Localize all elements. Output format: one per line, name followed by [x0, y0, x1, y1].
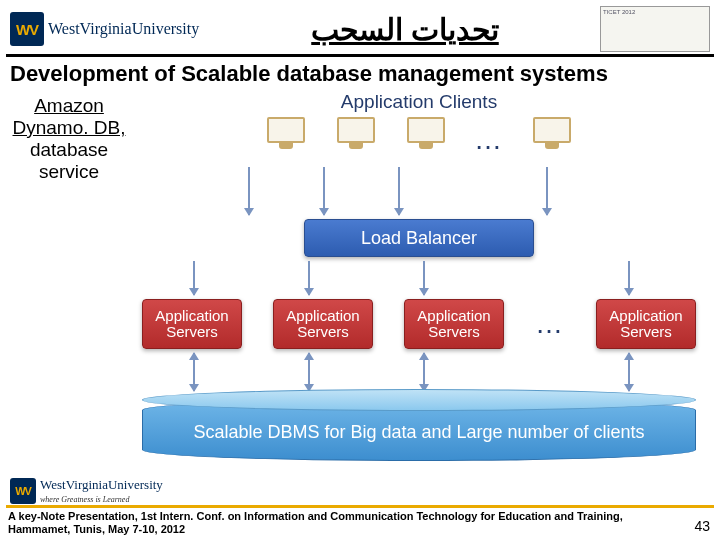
slide-title-arabic: تحديات السحب	[210, 12, 600, 47]
load-balancer-box: Load Balancer	[304, 219, 534, 257]
amazon-caption-l1: Amazon	[34, 95, 104, 116]
wvu-logo-left: WestVirginiaUniversity	[10, 8, 210, 50]
wvu-footer-text: WestVirginiaUniversity where Greatness i…	[40, 478, 163, 504]
footnote-l2: Hammamet, Tunis, May 7-10, 2012	[8, 523, 185, 535]
footnote: A key-Note Presentation, 1st Intern. Con…	[8, 510, 680, 536]
client-icon	[334, 117, 378, 163]
app-server-box: Application Servers	[273, 299, 373, 349]
slide-subtitle: Development of Scalable database managem…	[0, 57, 720, 89]
gold-divider	[6, 505, 714, 508]
architecture-diagram: Application Clients … Load Balancer Appl…	[128, 89, 710, 479]
arrow-down-icon	[248, 167, 250, 215]
arrow-double-icon	[423, 353, 425, 391]
arrow-down-icon	[193, 261, 195, 295]
arrow-double-icon	[193, 353, 195, 391]
arrow-down-icon	[398, 167, 400, 215]
amazon-caption-l3: database	[30, 139, 108, 160]
client-icon	[530, 117, 574, 163]
ticet-logo: TICET 2012	[600, 6, 710, 52]
ellipsis-icon: …	[474, 134, 504, 145]
client-icon	[264, 117, 308, 163]
arrow-double-icon	[308, 353, 310, 391]
arrow-down-icon	[323, 167, 325, 215]
arrow-double-icon	[628, 353, 630, 391]
arrow-down-icon	[628, 261, 630, 295]
arrow-down-icon	[308, 261, 310, 295]
wvu-name: WestVirginiaUniversity	[48, 20, 199, 38]
ellipsis-icon: …	[535, 318, 565, 329]
dbms-label: Scalable DBMS for Big data and Large num…	[142, 422, 696, 443]
wvu-logo-footer: WestVirginiaUniversity where Greatness i…	[10, 478, 163, 504]
slide-header: WestVirginiaUniversity تحديات السحب TICE…	[0, 0, 720, 54]
amazon-caption-l4: service	[39, 161, 99, 182]
page-number: 43	[694, 518, 710, 534]
wvu-footer-name: WestVirginiaUniversity	[40, 477, 163, 492]
client-icon	[404, 117, 448, 163]
wvu-footer-tagline: where Greatness is Learned	[40, 495, 129, 504]
app-server-box: Application Servers	[404, 299, 504, 349]
arrow-down-icon	[546, 167, 548, 215]
app-server-box: Application Servers	[142, 299, 242, 349]
clients-label: Application Clients	[128, 91, 710, 113]
clients-row: …	[128, 117, 710, 163]
arrow-down-icon	[423, 261, 425, 295]
amazon-caption: Amazon Dynamo. DB, database service	[10, 95, 128, 182]
content-area: Amazon Dynamo. DB, database service Appl…	[10, 89, 710, 479]
wv-shield-icon	[10, 12, 44, 46]
footnote-l1: A key-Note Presentation, 1st Intern. Con…	[8, 510, 623, 522]
wv-shield-icon	[10, 478, 36, 504]
amazon-caption-l2: Dynamo. DB,	[13, 117, 126, 138]
app-servers-row: Application Servers Application Servers …	[128, 299, 710, 349]
app-server-box: Application Servers	[596, 299, 696, 349]
dbms-cylinder: Scalable DBMS for Big data and Large num…	[142, 399, 696, 461]
